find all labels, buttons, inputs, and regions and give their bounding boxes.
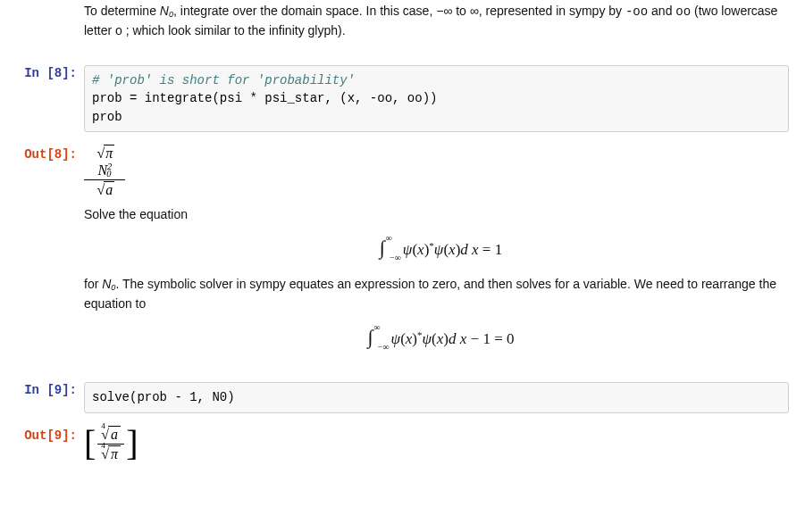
code-content-8: # 'prob' is short for 'probability' prob… xyxy=(84,60,805,137)
prompt-empty xyxy=(0,204,84,373)
markdown-cell-2: Solve the equation ∫∞−∞ψ(x)*ψ(x)d x = 1 … xyxy=(0,204,805,373)
md1-and: and xyxy=(648,4,675,18)
equation-2: ∫∞−∞ψ(x)*ψ(x)d x − 1 = 0 xyxy=(84,322,798,352)
code-content-9: solve(prob - 1, N0) xyxy=(84,377,805,418)
output-fraction-8: πN20 a xyxy=(84,145,125,198)
md2-text: . The symbolic solver in sympy equates a… xyxy=(84,277,776,311)
code-line: prob = integrate(psi * psi_star, (x, -oo… xyxy=(92,91,437,105)
integral-symbol: ∫∞−∞ xyxy=(380,233,385,262)
fourth-root-pi: 4√π xyxy=(101,445,121,462)
output-prompt-8: Out[8]: xyxy=(0,141,84,200)
N0-squared: N20 xyxy=(97,162,111,178)
output-list-9: [ 4√a 4√π ] xyxy=(84,426,138,462)
code-line: prob xyxy=(92,110,122,124)
md1-neg-oo: -oo xyxy=(625,4,648,19)
integral-symbol: ∫∞−∞ xyxy=(368,322,373,352)
md2-text: for xyxy=(84,277,102,291)
code-cell-8-output: Out[8]: πN20 a xyxy=(0,141,805,200)
md2-p1: Solve the equation xyxy=(84,205,798,224)
prompt-empty xyxy=(0,0,84,56)
markdown-content-2: Solve the equation ∫∞−∞ψ(x)*ψ(x)d x = 1 … xyxy=(84,204,805,373)
equation-1: ∫∞−∞ψ(x)*ψ(x)d x = 1 xyxy=(84,233,798,262)
code-cell-9-input: In [9]: solve(prob - 1, N0) xyxy=(0,377,805,418)
sqrt-a: a xyxy=(95,181,115,198)
code-editor-9[interactable]: solve(prob - 1, N0) xyxy=(84,382,789,412)
code-cell-9-output: Out[9]: [ 4√a 4√π ] xyxy=(0,422,805,464)
code-cell-8-input: In [8]: # 'prob' is short for 'probabili… xyxy=(0,60,805,137)
md2-n0: N0 xyxy=(102,277,115,291)
md1-text: , integrate over the domain space. In th… xyxy=(173,4,625,18)
input-prompt-9: In [9]: xyxy=(0,377,84,418)
output-content-8: πN20 a xyxy=(84,141,805,200)
output-fraction-9: 4√a 4√π xyxy=(97,426,124,462)
md1-text: To determine xyxy=(84,4,160,18)
input-prompt-8: In [8]: xyxy=(0,60,84,137)
output-content-9: [ 4√a 4√π ] xyxy=(84,422,805,464)
sqrt-pi: π xyxy=(95,145,115,162)
markdown-content-1: To determine N0, integrate over the doma… xyxy=(84,0,805,56)
md1-n0: N0 xyxy=(160,4,173,18)
markdown-cell-1: To determine N0, integrate over the doma… xyxy=(0,0,805,56)
code-editor-8[interactable]: # 'prob' is short for 'probability' prob… xyxy=(84,65,789,132)
code-comment: # 'prob' is short for 'probability' xyxy=(92,73,355,87)
md1-pos-oo: oo xyxy=(675,4,691,19)
code-line: solve(prob - 1, N0) xyxy=(92,390,235,404)
output-prompt-9: Out[9]: xyxy=(0,422,84,464)
